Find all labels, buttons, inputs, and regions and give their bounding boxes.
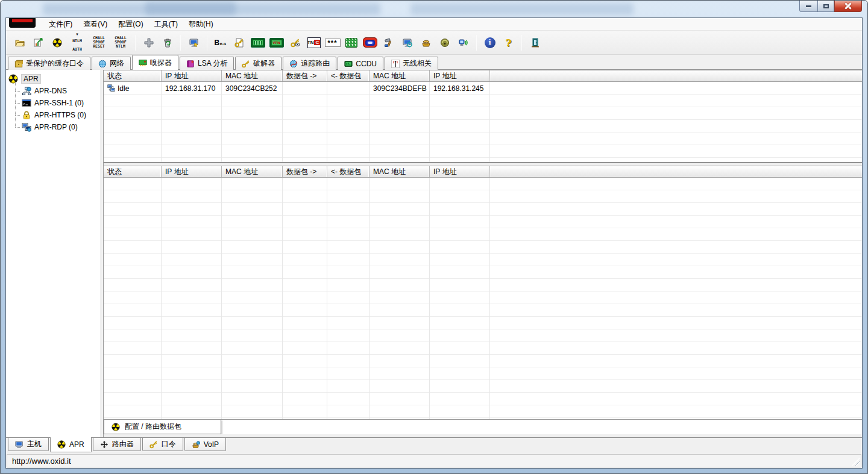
tab-label: 嗅探器 (150, 58, 172, 68)
hash-calculator-button[interactable] (249, 34, 266, 52)
about-button[interactable]: i (481, 34, 498, 52)
close-button[interactable] (834, 1, 862, 12)
bottom-tab-routing[interactable]: 路由器 (93, 438, 141, 451)
toolbar-separator (180, 35, 181, 51)
tab-label: 破解器 (253, 58, 275, 69)
tab-wireless[interactable]: 无线相关 (385, 57, 438, 70)
tab-cracker[interactable]: 破解器 (235, 57, 281, 70)
help-button[interactable]: ? (500, 34, 517, 52)
menu-help[interactable]: 帮助(H) (183, 18, 219, 31)
ip2-cell: 192.168.31.245 (430, 82, 490, 95)
main-tab-bar: 受保护的缓存口令 网络 嗅探器 LSA 分析 (6, 55, 862, 70)
column-header-packets-out[interactable]: 数据包 -> (283, 70, 327, 81)
menu-file[interactable]: 文件(F) (43, 18, 78, 31)
configure-nic-button[interactable] (185, 34, 203, 52)
upper-table-header: 状态 IP 地址 MAC 地址 数据包 -> <- 数据包 MAC 地址 IP … (104, 70, 862, 82)
bottom-tab-hosts[interactable]: 主机 (8, 438, 49, 451)
column-header-packets-out[interactable]: 数据包 -> (283, 166, 327, 177)
rsa-token-button[interactable] (380, 34, 397, 52)
title-bar[interactable] (1, 1, 867, 17)
phone-icon (421, 38, 431, 48)
vpn-password-decoder-button[interactable]: VPN (268, 34, 285, 52)
tree-item-apr-https[interactable]: APR-HTTPS (0) (8, 109, 100, 121)
vnc-icon: TNC (307, 37, 321, 48)
column-header-ip[interactable]: IP 地址 (162, 166, 222, 177)
column-header-mac[interactable]: MAC 地址 (222, 70, 283, 81)
password-file-decoder-button[interactable] (230, 34, 248, 52)
base64-decoder-button[interactable]: B₆₄ (212, 34, 229, 52)
plus-icon (144, 38, 154, 48)
column-header-status[interactable]: 状态 (104, 70, 162, 81)
column-header-packets-in[interactable]: <- 数据包 (327, 166, 370, 177)
tab-lsa-secrets[interactable]: LSA 分析 (180, 57, 234, 70)
chall-spoof-reset-button[interactable]: CHALL SPOOF RESET (89, 34, 109, 52)
column-header-mac2[interactable]: MAC 地址 (370, 166, 430, 177)
abel-button[interactable] (436, 34, 453, 52)
info-icon: i (485, 37, 495, 48)
chall-spoof-ntlm-button[interactable]: CHALL SPOOF NTLM (110, 34, 131, 52)
key-eye-icon (291, 38, 300, 48)
column-header-filler (490, 70, 862, 81)
tab-traceroute[interactable]: 追踪路由 (283, 57, 336, 70)
minimize-button[interactable] (799, 1, 817, 12)
column-header-mac2[interactable]: MAC 地址 (370, 70, 430, 81)
tab-network[interactable]: 网络 (92, 57, 131, 70)
status-url: http://www.oxid.it (12, 457, 71, 466)
menu-configure[interactable]: 配置(O) (113, 18, 148, 31)
resolve-hostname-button[interactable] (398, 34, 416, 52)
column-header-mac[interactable]: MAC 地址 (222, 166, 283, 177)
tab-label: CCDU (356, 60, 377, 68)
tab-sniffer[interactable]: 嗅探器 (132, 55, 178, 70)
column-header-ip2[interactable]: IP 地址 (430, 70, 490, 81)
delete-button[interactable] (159, 34, 176, 52)
hash-keypad-button[interactable] (342, 34, 360, 52)
sniffer-pane: APR APR-DNS (6, 70, 862, 437)
resize-grip[interactable] (852, 458, 860, 466)
column-header-ip[interactable]: IP 地址 (162, 70, 222, 81)
export-button[interactable] (30, 34, 47, 52)
maximize-button[interactable] (817, 1, 834, 12)
menu-view[interactable]: 查看(V) (78, 18, 113, 31)
bottom-tab-passwords[interactable]: 口令 (142, 438, 183, 451)
wireless-scanner-button[interactable] (454, 34, 472, 52)
start-stop-sniffer-button[interactable] (48, 34, 66, 52)
padlock-icon (22, 110, 31, 120)
column-header-status[interactable]: 状态 (104, 166, 162, 177)
tree-item-apr-ssh[interactable]: APR-SSH-1 (0) (8, 97, 100, 109)
chall-spoof-reset-icon: CHALL SPOOF RESET (93, 36, 105, 49)
menu-tools[interactable]: 工具(T) (149, 18, 183, 31)
bottom-tab-voip[interactable]: VoIP (184, 438, 226, 451)
keypad-icon (345, 38, 357, 48)
bottom-tab-apr[interactable]: APR (50, 437, 92, 452)
tree-label: APR-SSH-1 (0) (34, 99, 84, 107)
ntlm-auth-button[interactable]: ▾ NTLM AUTH (67, 34, 87, 52)
apr-tree: APR APR-DNS (6, 70, 100, 437)
box-revealer-button[interactable] (361, 34, 379, 52)
wardialer-button[interactable] (417, 34, 435, 52)
tab-protected-storage[interactable]: 受保护的缓存口令 (8, 57, 90, 70)
app-icon[interactable] (9, 17, 36, 28)
bottom-tab-label: APR (69, 440, 84, 449)
open-folder-button[interactable] (11, 34, 28, 52)
column-header-ip2[interactable]: IP 地址 (430, 166, 490, 177)
sheet-tab-routed-packets[interactable]: 配置 / 路由数据包 (104, 420, 221, 434)
glass-reflection (410, 3, 634, 15)
add-to-list-button[interactable] (140, 34, 157, 52)
tree-item-apr-dns[interactable]: APR-DNS (8, 85, 100, 97)
menu-bar: 文件(F) 查看(V) 配置(O) 工具(T) 帮助(H) (6, 18, 862, 31)
host-monitor-icon (15, 440, 24, 449)
rdp-monitors-icon (22, 122, 31, 132)
bottom-tab-label: VoIP (204, 440, 219, 449)
cisco-password-decoder-button[interactable] (286, 34, 304, 52)
key-file-icon (234, 38, 244, 48)
vnc-password-decoder-button[interactable]: TNC (305, 34, 322, 52)
apr-poisoning-row[interactable]: Idle 192.168.31.170 309C234CB252 309C234… (104, 82, 862, 95)
tab-ccdu[interactable]: CCDU (338, 57, 383, 70)
window-controls (799, 1, 862, 12)
column-header-packets-in[interactable]: <- 数据包 (327, 70, 370, 81)
toolbar-separator (476, 35, 477, 51)
exit-button[interactable] (526, 34, 544, 52)
tree-item-apr-rdp[interactable]: APR-RDP (0) (8, 121, 100, 133)
password-revealer-button[interactable]: *** (324, 34, 341, 52)
tree-item-apr[interactable]: APR (8, 73, 100, 85)
